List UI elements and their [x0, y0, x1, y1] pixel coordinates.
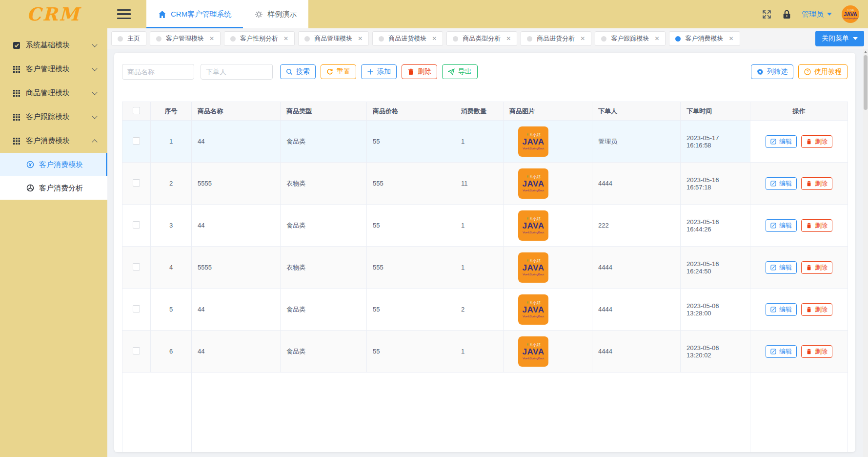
cell-order-time: 2023-05-16 16:44:26 [681, 205, 750, 247]
cell-consume-qty: 1 [455, 121, 504, 163]
sidebar-item-customer-track[interactable]: 客户跟踪模块 [0, 105, 107, 129]
sidebar-item-system-base[interactable]: 系统基础模块 [0, 33, 107, 57]
cell-product-type: 衣物类 [281, 163, 367, 205]
close-icon[interactable] [506, 35, 511, 42]
vertical-scrollbar[interactable] [863, 49, 868, 457]
close-icon[interactable] [209, 35, 214, 42]
row-delete-button[interactable]: 删除 [801, 303, 832, 316]
cell-product-name: 44 [192, 331, 281, 373]
row-checkbox[interactable] [133, 221, 140, 228]
submenu-item-consume-module[interactable]: 客户消费模块 [0, 153, 107, 176]
close-icon[interactable] [283, 35, 288, 42]
cell-seq: 5 [151, 289, 192, 331]
row-edit-button[interactable]: 编辑 [766, 219, 797, 232]
reset-button[interactable]: 重置 [321, 64, 356, 79]
row-delete-button[interactable]: 删除 [801, 219, 832, 232]
tab-product-type-analysis[interactable]: 商品类型分析 [446, 31, 517, 46]
tab-home[interactable]: 主页 [111, 31, 146, 46]
tab-customer-track[interactable]: 客户跟踪模块 [595, 31, 666, 46]
product-image[interactable]: ✌✌小郑JAVAVue&SpringBoot [518, 252, 548, 283]
header-right: 管理员 ✌小郑 JAVA Vue&SpringBoot [762, 5, 868, 23]
svg-text:?: ? [807, 69, 809, 74]
tab-customer-gender-analysis[interactable]: 客户性别分析 [224, 31, 295, 46]
cell-consume-qty: 2 [455, 289, 504, 331]
sidebar-item-customer-consume[interactable]: 客户消费模块 [0, 129, 107, 153]
cell-seq: 6 [151, 331, 192, 373]
edit-icon [770, 265, 776, 270]
tab-product-purchase-analysis[interactable]: 商品进货分析 [521, 31, 591, 46]
row-checkbox[interactable] [133, 305, 140, 312]
row-delete-button[interactable]: 删除 [801, 261, 832, 274]
row-edit-button[interactable]: 编辑 [766, 135, 797, 148]
search-button[interactable]: 搜索 [280, 64, 316, 79]
user-menu[interactable]: 管理员 [802, 10, 832, 19]
sidebar-item-customer-mgmt[interactable]: 客户管理模块 [0, 57, 107, 81]
tab-customer-mgmt[interactable]: 客户管理模块 [150, 31, 221, 46]
close-menu-button[interactable]: 关闭菜单 [815, 31, 864, 46]
row-delete-button[interactable]: 删除 [801, 177, 832, 190]
row-delete-button[interactable]: 删除 [801, 345, 832, 358]
close-icon[interactable] [432, 35, 437, 42]
column-filter-button[interactable]: 列筛选 [751, 64, 793, 79]
nav-item-crm-system[interactable]: CRM客户管理系统 [146, 0, 243, 28]
product-image[interactable]: ✌✌小郑JAVAVue&SpringBoot [518, 294, 548, 325]
tab-product-mgmt[interactable]: 商品管理模块 [298, 31, 369, 46]
row-delete-button[interactable]: 删除 [801, 135, 832, 148]
close-icon[interactable] [580, 35, 585, 42]
row-checkbox[interactable] [133, 263, 140, 270]
fullscreen-icon[interactable] [762, 9, 772, 20]
row-edit-button[interactable]: 编辑 [766, 303, 797, 316]
sidebar-item-product-mgmt[interactable]: 商品管理模块 [0, 81, 107, 105]
table-row: 3 44 食品类 55 1 ✌✌小郑JAVAVue&SpringBoot 222… [122, 205, 848, 247]
lock-icon[interactable] [782, 9, 792, 20]
row-checkbox[interactable] [133, 179, 140, 187]
close-icon[interactable] [728, 35, 733, 42]
cell-orderer: 管理员 [592, 121, 681, 163]
tutorial-button[interactable]: ? 使用教程 [798, 64, 848, 79]
trash-icon [806, 349, 812, 354]
trash-icon [806, 139, 812, 145]
product-name-input[interactable] [122, 64, 194, 80]
top-header: CRM客户管理系统 样例演示 管理员 ✌小郑 JAVA Vue&SpringBo… [107, 0, 868, 28]
avatar[interactable]: ✌小郑 JAVA Vue&SpringBoot [842, 5, 859, 23]
nav-item-demo[interactable]: 样例演示 [243, 0, 308, 28]
delete-button[interactable]: 删除 [402, 64, 437, 79]
chevron-down-icon [92, 42, 97, 47]
tab-customer-consume[interactable]: 客户消费模块 [669, 31, 740, 46]
cell-orderer: 4444 [592, 289, 681, 331]
select-all-checkbox[interactable] [133, 107, 140, 114]
product-image[interactable]: ✌✌小郑JAVAVue&SpringBoot [518, 336, 548, 367]
cell-product-type: 食品类 [281, 205, 367, 247]
main-content: 搜索 重置 添加 删除 导出 列筛选 [107, 49, 868, 457]
add-button[interactable]: 添加 [361, 64, 397, 79]
tab-product-purchase[interactable]: 商品进货模块 [372, 31, 443, 46]
row-checkbox[interactable] [133, 137, 140, 145]
tab-label: 客户性别分析 [240, 34, 278, 43]
edit-icon [770, 139, 776, 145]
product-image[interactable]: ✌✌小郑JAVAVue&SpringBoot [518, 126, 548, 157]
grid-icon [13, 137, 20, 145]
product-image[interactable]: ✌✌小郑JAVAVue&SpringBoot [518, 168, 548, 199]
close-icon[interactable] [358, 35, 363, 42]
row-edit-button[interactable]: 编辑 [766, 345, 797, 358]
data-table: 序号 商品名称 商品类型 商品价格 消费数量 商品图片 下单人 下单时间 操作 [122, 102, 848, 373]
col-consume-qty: 消费数量 [455, 102, 504, 121]
close-icon[interactable] [654, 35, 659, 42]
hamburger-menu-icon[interactable] [117, 7, 131, 22]
cell-product-price: 55 [367, 205, 455, 247]
row-checkbox[interactable] [133, 347, 140, 354]
submenu-item-consume-analysis[interactable]: 客户消费分析 [0, 176, 107, 200]
row-edit-button[interactable]: 编辑 [766, 261, 797, 274]
tab-label: 商品进货分析 [537, 34, 575, 43]
orderer-input[interactable] [201, 64, 273, 80]
col-order-time: 下单时间 [681, 102, 750, 121]
scroll-up-icon[interactable] [863, 49, 868, 55]
tab-label: 客户管理模块 [166, 34, 204, 43]
cell-seq: 1 [151, 121, 192, 163]
vertical-scrollbar-thumb[interactable] [864, 55, 868, 110]
tab-label: 商品管理模块 [314, 34, 352, 43]
cell-product-price: 55 [367, 121, 455, 163]
export-button[interactable]: 导出 [442, 64, 478, 79]
row-edit-button[interactable]: 编辑 [766, 177, 797, 190]
product-image[interactable]: ✌✌小郑JAVAVue&SpringBoot [518, 210, 548, 241]
